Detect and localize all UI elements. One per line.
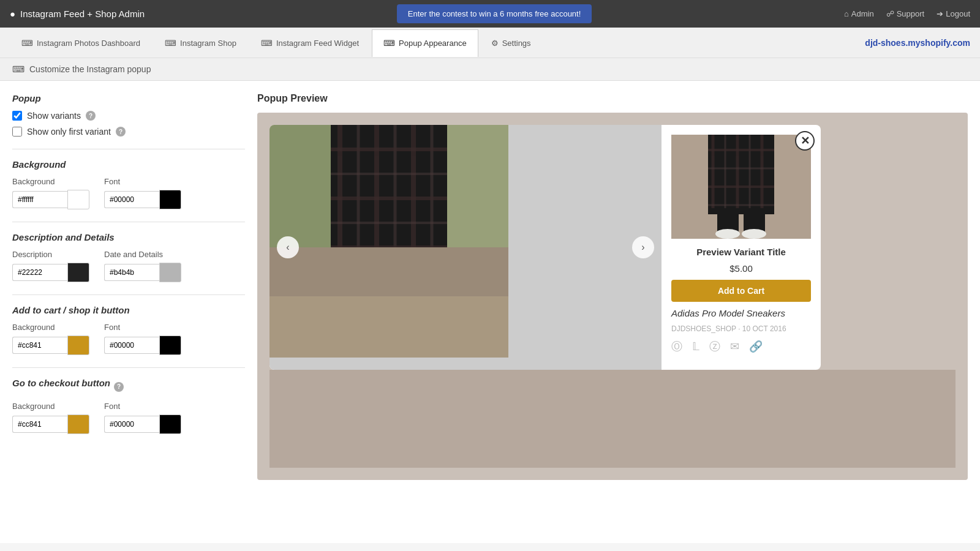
store-url: djd-shoes.myshopify.com bbox=[865, 38, 970, 48]
show-variants-label: Show variants bbox=[27, 111, 81, 121]
cart-font-input-row bbox=[104, 335, 181, 355]
cart-bg-label: Background bbox=[12, 323, 89, 332]
desc-section: Description and Details Description Date… bbox=[12, 232, 245, 282]
cart-font-swatch[interactable] bbox=[159, 335, 181, 355]
checkout-help: ? bbox=[114, 382, 124, 392]
svg-rect-28 bbox=[708, 135, 774, 214]
popup-box: ✕ bbox=[270, 125, 821, 370]
widget-icon: ⌨ bbox=[261, 39, 273, 48]
logout-link[interactable]: ➔ Logout bbox=[937, 9, 970, 18]
top-bar-right: ⌂ Admin ☍ Support ➔ Logout bbox=[844, 9, 970, 18]
tab-shop[interactable]: ⌨ Instagram Shop bbox=[153, 29, 248, 56]
show-variants-checkbox[interactable] bbox=[12, 111, 22, 121]
checkout-bg-field-group: Background bbox=[12, 402, 89, 434]
popup-section: Popup Show variants ? Show only first va… bbox=[12, 93, 245, 137]
gray-area-below bbox=[270, 370, 956, 468]
admin-link[interactable]: ⌂ Admin bbox=[844, 9, 874, 18]
email-icon[interactable]: ✉ bbox=[730, 340, 739, 353]
date-swatch[interactable] bbox=[159, 263, 181, 282]
cart-font-label: Font bbox=[104, 323, 181, 332]
popup-close-button[interactable]: ✕ bbox=[795, 131, 815, 151]
gear-icon: ⚙ bbox=[491, 39, 499, 48]
checkout-bg-label: Background bbox=[12, 402, 89, 411]
desc-text-input[interactable] bbox=[12, 264, 67, 281]
checkout-bg-swatch[interactable] bbox=[67, 414, 89, 434]
checkout-font-swatch[interactable] bbox=[159, 414, 181, 434]
tab-widget[interactable]: ⌨ Instagram Feed Widget bbox=[249, 29, 371, 56]
twitter-icon[interactable]: 𝕃 bbox=[692, 340, 699, 353]
preview-title: Popup Preview bbox=[257, 93, 968, 104]
cart-font-text-input[interactable] bbox=[104, 337, 159, 354]
support-link[interactable]: ☍ Support bbox=[886, 9, 925, 18]
checkout-font-text-input[interactable] bbox=[104, 416, 159, 433]
tab-settings[interactable]: ⚙ Settings bbox=[480, 29, 543, 56]
divider-3 bbox=[12, 294, 245, 295]
right-panel: Popup Preview ✕ bbox=[257, 93, 968, 531]
cart-section-title: Add to cart / shop it button bbox=[12, 305, 245, 315]
desc-input-row bbox=[12, 263, 89, 282]
cart-bg-text-input[interactable] bbox=[12, 337, 67, 354]
date-text-input[interactable] bbox=[104, 264, 159, 281]
desc-field-group: Description bbox=[12, 250, 89, 282]
svg-rect-23 bbox=[270, 125, 331, 247]
shop-icon: ⌨ bbox=[165, 39, 176, 48]
desc-swatch[interactable] bbox=[67, 263, 89, 282]
bg-label: Background bbox=[12, 177, 89, 186]
date-input-row bbox=[104, 263, 181, 282]
bg-field-group: Background bbox=[12, 177, 89, 209]
checkout-bg-text-input[interactable] bbox=[12, 416, 67, 433]
divider-1 bbox=[12, 149, 245, 149]
desc-color-row: Description Date and Details bbox=[12, 250, 245, 282]
top-bar: ● Instagram Feed + Shop Admin Enter the … bbox=[0, 0, 980, 28]
product-meta: DJDSHOES_SHOP · 10 OCT 2016 bbox=[671, 324, 811, 333]
brand-label: Instagram Feed + Shop Admin bbox=[20, 9, 145, 19]
logout-icon: ➔ bbox=[937, 9, 943, 18]
contest-button[interactable]: Enter the contest to win a 6 months free… bbox=[397, 4, 592, 23]
variant-title: Preview Variant Title bbox=[671, 247, 811, 257]
facebook-icon[interactable]: Ⓞ bbox=[671, 339, 682, 354]
tab-dashboard[interactable]: ⌨ Instagram Photos Dashboard bbox=[10, 29, 152, 56]
popup-info: Preview Variant Title $5.00 Add to Cart … bbox=[662, 125, 821, 370]
bg-input-row bbox=[12, 190, 89, 209]
show-only-first-label: Show only first variant bbox=[27, 127, 111, 137]
social-icons-row: Ⓞ 𝕃 ⓩ ✉ 🔗 bbox=[671, 339, 811, 354]
svg-point-40 bbox=[715, 229, 740, 239]
svg-rect-24 bbox=[447, 125, 508, 247]
font-label: Font bbox=[104, 177, 181, 186]
variant-thumbnail bbox=[671, 135, 811, 241]
add-to-cart-button[interactable]: Add to Cart bbox=[671, 280, 811, 302]
checkout-font-label: Font bbox=[104, 402, 181, 411]
font-text-input[interactable] bbox=[104, 191, 159, 208]
support-icon: ☍ bbox=[886, 9, 894, 18]
popup-section-title: Popup bbox=[12, 93, 245, 103]
show-only-first-checkbox[interactable] bbox=[12, 127, 22, 137]
tab-bar: ⌨ Instagram Photos Dashboard ⌨ Instagram… bbox=[0, 28, 980, 58]
font-swatch[interactable] bbox=[159, 190, 181, 209]
desc-label: Description bbox=[12, 250, 89, 259]
show-variants-row: Show variants ? bbox=[12, 111, 245, 121]
background-section-title: Background bbox=[12, 159, 245, 170]
popup-images: ‹ › bbox=[270, 125, 662, 370]
show-only-first-help: ? bbox=[116, 127, 126, 137]
checkout-font-field-group: Font bbox=[104, 402, 181, 434]
prev-arrow[interactable]: ‹ bbox=[277, 236, 299, 258]
content-header: ⌨ Customize the Instagram popup bbox=[0, 58, 980, 81]
bg-swatch[interactable] bbox=[67, 190, 89, 209]
top-bar-center: Enter the contest to win a 6 months free… bbox=[152, 4, 837, 23]
home-icon: ⌂ bbox=[844, 9, 849, 18]
next-arrow[interactable]: › bbox=[632, 236, 654, 258]
date-label: Date and Details bbox=[104, 250, 181, 259]
product-title: Adidas Pro Model Sneakers bbox=[671, 308, 811, 318]
svg-rect-26 bbox=[270, 296, 508, 358]
checkout-section-title: Go to checkout button bbox=[12, 378, 110, 388]
tab-popup[interactable]: ⌨ Popup Appearance bbox=[372, 29, 478, 57]
checkout-bg-input-row bbox=[12, 414, 89, 434]
pinterest-icon[interactable]: ⓩ bbox=[709, 339, 720, 354]
bg-text-input[interactable] bbox=[12, 191, 67, 208]
cart-bg-swatch[interactable] bbox=[67, 335, 89, 355]
main-photo bbox=[270, 125, 508, 358]
divider-4 bbox=[12, 367, 245, 368]
variant-image bbox=[671, 135, 811, 239]
link-icon[interactable]: 🔗 bbox=[749, 340, 763, 353]
background-color-row: Background Font bbox=[12, 177, 245, 209]
